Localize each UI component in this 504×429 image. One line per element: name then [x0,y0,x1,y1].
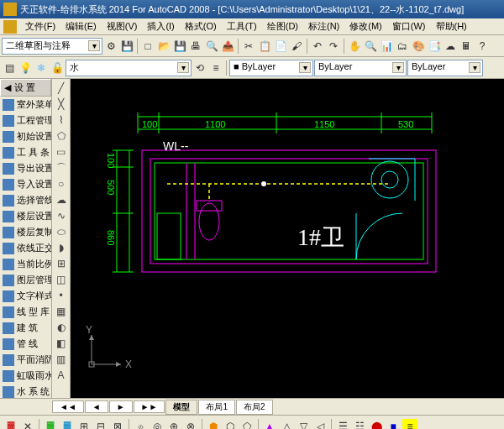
menu-edit[interactable]: 编辑(E) [60,18,102,34]
workspace-combo[interactable]: 二维草图与注释 [2,38,102,55]
line-icon[interactable]: ╱ [54,81,69,96]
undo-icon[interactable]: ↶ [310,39,325,54]
redo-icon[interactable]: ↷ [326,39,341,54]
tab-nav-prev[interactable]: ◄ [85,400,108,413]
layer-prev-icon[interactable]: ⟲ [192,60,207,76]
bt-icon[interactable]: ◁ [312,419,328,430]
sidebar-item[interactable]: 图层管理 [0,272,51,288]
menu-tools[interactable]: 工具(T) [222,18,262,34]
menu-file[interactable]: 文件(F) [20,18,60,34]
plot-icon[interactable]: 🖶 [188,39,203,54]
sidebar-item[interactable]: 线 型 库 [0,304,51,320]
pan-icon[interactable]: ✋ [347,39,362,54]
bt-icon[interactable]: ⊠ [110,419,125,430]
bt-icon[interactable]: ⊞ [76,419,92,430]
sidebar-item[interactable]: 文字样式 [0,288,51,304]
designcenter-icon[interactable]: 🗂 [395,39,410,54]
sidebar-item[interactable]: 管 线 [0,336,51,352]
properties-icon[interactable]: 📊 [379,39,394,54]
sidebar-item[interactable]: 虹吸雨水 [0,368,51,384]
gradient-icon[interactable]: ◐ [54,320,69,335]
sidebar-item[interactable]: 初始设置 [0,128,51,144]
zoom-icon[interactable]: 🔍 [363,39,378,54]
tab-layout2[interactable]: 布局2 [236,400,273,415]
layer-combo[interactable]: 水 [66,60,192,76]
sidebar-item[interactable]: 工 具 条 [0,144,51,160]
calc-icon[interactable]: 🖩 [459,39,474,54]
bt-icon[interactable]: ☷ [352,419,367,430]
publish-icon[interactable]: 📤 [220,39,235,54]
menu-help[interactable]: 帮助(H) [431,18,472,34]
tab-layout1[interactable]: 布局1 [198,400,235,415]
bt-icon[interactable]: ⬡ [223,419,238,430]
bt-icon[interactable]: ▓ [60,419,75,430]
workspace-save-icon[interactable]: 💾 [119,39,134,54]
xline-icon[interactable]: ╳ [54,97,69,112]
paste-icon[interactable]: 📄 [273,39,288,54]
copy-icon[interactable]: 📋 [257,39,272,54]
sidebar-item[interactable]: 楼层设置 [0,208,51,224]
sidebar-item[interactable]: 建 筑 [0,320,51,336]
toolpalette-icon[interactable]: 🎨 [411,39,426,54]
bt-icon[interactable]: ⬤ [369,419,384,430]
bt-icon[interactable]: ✕ [20,419,35,430]
tab-nav-first[interactable]: ◄◄ [52,400,84,413]
sidebar-item[interactable]: 工程管理 [0,112,51,128]
bt-icon[interactable]: ▓ [3,419,18,430]
ellipse-icon[interactable]: ⬭ [54,224,69,239]
help-icon[interactable]: ? [475,39,490,54]
bt-icon[interactable]: ⬢ [206,419,221,430]
menu-view[interactable]: 视图(V) [102,18,143,34]
bt-icon[interactable]: ⬠ [239,419,255,430]
sidebar-item[interactable]: 平面消防 [0,352,51,368]
bt-icon[interactable]: ▓ [43,419,58,430]
spline-icon[interactable]: ∿ [54,208,69,223]
menu-modify[interactable]: 修改(M) [344,18,387,34]
bt-icon[interactable]: ▲ [262,419,277,430]
bulb-icon[interactable]: 💡 [18,60,33,76]
revcloud-icon[interactable]: ☁ [54,192,69,207]
layer-states-icon[interactable]: ≡ [208,60,223,76]
arc-icon[interactable]: ⌒ [54,160,69,175]
tab-model[interactable]: 模型 [165,400,197,415]
hatch-icon[interactable]: ▦ [54,304,69,319]
sidebar-item[interactable]: 当前比例 [0,256,51,272]
menu-format[interactable]: 格式(O) [180,18,222,34]
menu-dimension[interactable]: 标注(N) [303,18,344,34]
rectangle-icon[interactable]: ▭ [54,144,69,160]
markup-icon[interactable]: ☁ [443,39,458,54]
workspace-settings-icon[interactable]: ⚙ [103,39,118,54]
sidebar-item[interactable]: 室外菜单 [0,97,51,112]
pline-icon[interactable]: ⌇ [54,112,69,128]
insert-icon[interactable]: ⊞ [54,256,69,271]
color-combo[interactable]: ■ ByLayer [229,60,313,76]
bt-icon[interactable]: ■ [386,419,401,430]
freeze-icon[interactable]: ❄ [34,60,49,76]
layer-manager-icon[interactable]: ▤ [2,60,17,76]
new-icon[interactable]: □ [140,39,155,54]
sidebar-item[interactable]: 楼层复制 [0,224,51,240]
sidebar-item[interactable]: 导出设置 [0,160,51,176]
sidebar-item[interactable]: 选择管线 [0,192,51,208]
save-icon[interactable]: 💾 [172,39,187,54]
polygon-icon[interactable]: ⬠ [54,128,69,144]
linetype-combo[interactable]: ByLayer [314,60,407,76]
bt-icon[interactable]: ⟐ [133,419,148,430]
cut-icon[interactable]: ✂ [241,39,256,54]
circle-icon[interactable]: ○ [54,176,69,191]
ellipsearc-icon[interactable]: ◗ [54,240,69,255]
match-icon[interactable]: 🖌 [289,39,304,54]
bt-icon[interactable]: ≡ [402,419,417,430]
menu-insert[interactable]: 插入(I) [142,18,179,34]
block-icon[interactable]: ◫ [54,272,69,287]
point-icon[interactable]: • [54,288,69,303]
mtext-icon[interactable]: A [54,368,69,383]
sidebar-item[interactable]: 依线正交 [0,240,51,256]
tab-nav-last[interactable]: ►► [134,400,165,413]
sheet-icon[interactable]: 📑 [427,39,442,54]
lineweight-combo[interactable]: ByLayer [407,60,483,76]
bt-icon[interactable]: △ [279,419,294,430]
bt-icon[interactable]: ⊕ [166,419,181,430]
bt-icon[interactable]: ◎ [150,419,165,430]
bt-icon[interactable]: ▽ [296,419,311,430]
